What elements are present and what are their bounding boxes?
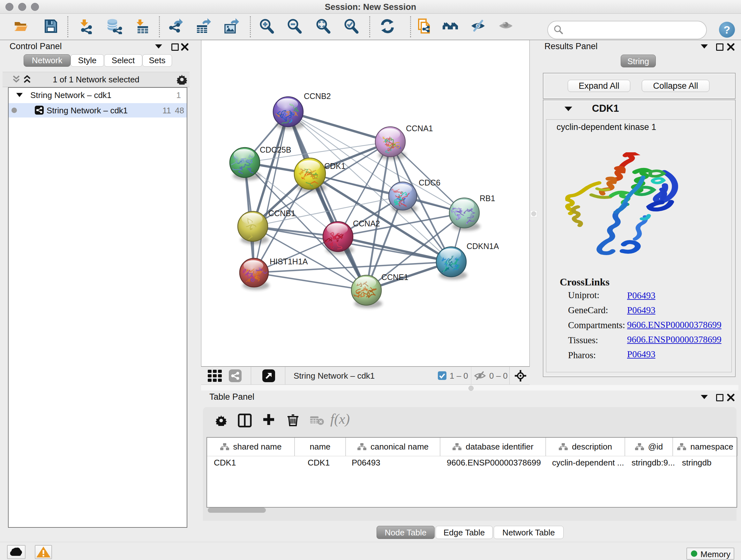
svg-text:CCNA2: CCNA2 xyxy=(353,219,380,228)
svg-text:RB1: RB1 xyxy=(480,194,495,203)
svg-text:CCNB1: CCNB1 xyxy=(268,209,295,218)
svg-text:CDK1: CDK1 xyxy=(324,162,346,171)
svg-text:CDC25B: CDC25B xyxy=(260,145,291,154)
svg-text:CCNB2: CCNB2 xyxy=(304,91,331,101)
svg-text:CCNA1: CCNA1 xyxy=(406,124,433,133)
svg-text:HIST1H1A: HIST1H1A xyxy=(270,257,308,266)
svg-text:CDKN1A: CDKN1A xyxy=(467,242,499,251)
svg-text:CCNE1: CCNE1 xyxy=(381,273,408,282)
svg-text:CDC6: CDC6 xyxy=(419,178,441,187)
